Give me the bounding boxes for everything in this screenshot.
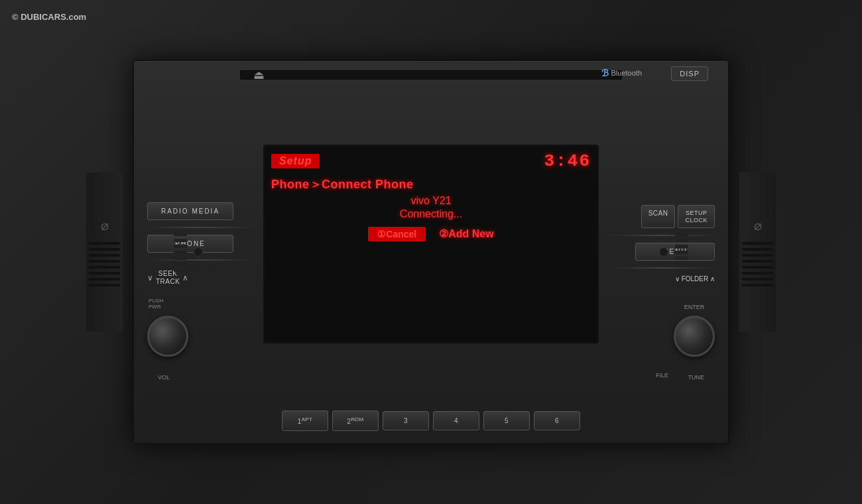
vent-right xyxy=(675,186,688,318)
bluetooth-label: Bluetooth xyxy=(611,69,642,77)
preset-4[interactable]: 4 xyxy=(433,411,479,430)
left-panel: RADIO MEDIA PHONE ∨ SEEKTRACK ∧ xyxy=(147,202,253,286)
preset-5[interactable]: 5 xyxy=(483,411,530,430)
preset-row: 1APT 2RDM 3 4 5 6 xyxy=(210,410,652,431)
display-inner: Setup 3:46 Phone＞Connect Phone vivo Y21 … xyxy=(265,146,597,342)
add-new-text[interactable]: ②Add New xyxy=(439,227,493,240)
preset-2[interactable]: 2RDM xyxy=(332,410,379,431)
right-panel: SCAN SETUPCLOCK MENU ∨ FOLDER ∧ xyxy=(609,205,715,283)
divider-1 xyxy=(147,227,253,228)
disp-button[interactable]: DISP xyxy=(671,66,708,81)
push-pwr-label: PUSHPWR xyxy=(149,298,163,310)
vent-left xyxy=(174,186,187,318)
divider-r2 xyxy=(609,267,715,269)
eject-icon[interactable]: ⏏ xyxy=(253,68,265,82)
small-button-left[interactable] xyxy=(194,247,203,257)
display-top-bar: Setup 3:46 xyxy=(271,151,591,171)
preset-3[interactable]: 3 xyxy=(383,411,429,430)
display-phone-line: Phone＞Connect Phone xyxy=(271,176,591,192)
tune-knob[interactable] xyxy=(674,316,715,357)
vol-label: VOL xyxy=(158,374,170,381)
display-connecting: Connecting... xyxy=(271,208,591,220)
divider-r1 xyxy=(609,235,715,236)
scene: © DUBICARS.com ⏏ ℬ Bluetooth DISP RADIO … xyxy=(0,0,862,504)
small-button-right[interactable] xyxy=(659,247,668,257)
head-unit: ⏏ ℬ Bluetooth DISP RADIO MEDIA PHONE ∨ S… xyxy=(133,60,729,444)
side-vent-right: ⌀ xyxy=(739,172,776,332)
radio-media-button[interactable]: RADIO MEDIA xyxy=(147,202,233,220)
phone-button[interactable]: PHONE xyxy=(147,235,233,253)
setup-badge: Setup xyxy=(271,154,320,168)
file-label: FILE xyxy=(656,372,668,379)
preset-1[interactable]: 1APT xyxy=(282,410,328,431)
display-actions: ①Cancel ②Add New xyxy=(271,227,591,241)
cancel-badge[interactable]: ①Cancel xyxy=(368,227,426,241)
bluetooth-area: ℬ Bluetooth xyxy=(601,68,642,78)
scan-button[interactable]: SCAN xyxy=(641,205,676,229)
watermark: © DUBICARS.com xyxy=(12,12,86,22)
side-vent-left: ⌀ xyxy=(86,172,123,332)
divider-2 xyxy=(147,259,253,261)
seek-down-button[interactable]: ∨ xyxy=(147,273,153,283)
bluetooth-icon: ℬ xyxy=(601,68,609,78)
cd-slot xyxy=(240,70,622,80)
display-time: 3:46 xyxy=(544,151,591,171)
volume-knob[interactable] xyxy=(147,316,188,357)
center-display: Setup 3:46 Phone＞Connect Phone vivo Y21 … xyxy=(263,145,599,344)
tune-label: TUNE xyxy=(688,374,705,381)
preset-6[interactable]: 6 xyxy=(534,411,580,430)
display-device-name: vivo Y21 xyxy=(271,195,591,207)
main-row: RADIO MEDIA PHONE ∨ SEEKTRACK ∧ Setup 3:… xyxy=(134,97,728,390)
